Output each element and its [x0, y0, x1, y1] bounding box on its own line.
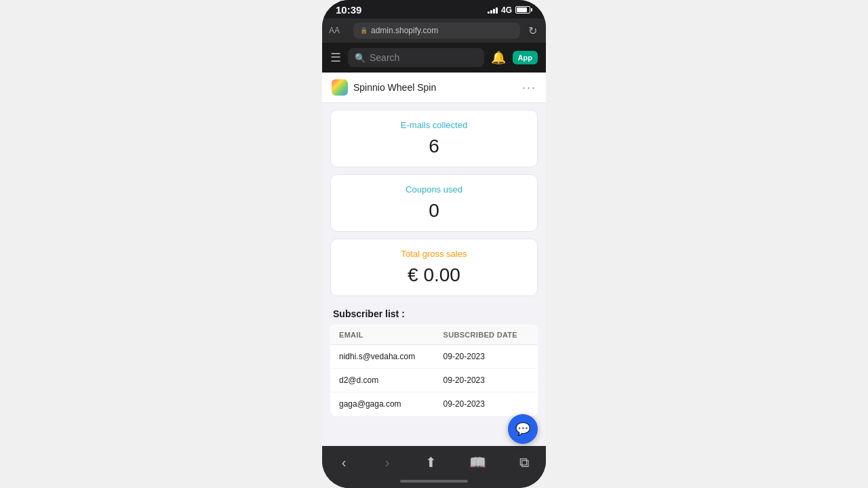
back-button[interactable]: ‹ [330, 452, 357, 473]
sales-value: € 0.00 [342, 264, 526, 286]
aa-label[interactable]: AA [329, 26, 348, 35]
stats-area: E-mails collected 6 Coupons used 0 Total… [322, 103, 546, 303]
more-options-button[interactable]: ··· [522, 81, 536, 95]
subscriber-email: gaga@gaga.com [331, 392, 435, 416]
app-logo-icon [332, 79, 348, 96]
subscriber-section: Subscriber list : EMAIL SUBSCRIBED DATE … [322, 303, 546, 424]
hamburger-button[interactable]: ☰ [330, 50, 341, 65]
url-text: admin.shopify.com [371, 26, 438, 35]
forward-button[interactable]: › [374, 452, 401, 473]
coupons-label: Coupons used [342, 184, 526, 195]
subscriber-date: 09-20-2023 [435, 345, 538, 369]
app-name: Spinnio Wheel Spin [353, 82, 436, 93]
shopify-toolbar: ☰ 🔍 Search 🔔 App [322, 43, 546, 73]
coupons-used-card: Coupons used 0 [330, 174, 538, 232]
emails-collected-card: E-mails collected 6 [330, 110, 538, 167]
notification-bell-button[interactable]: 🔔 [491, 50, 506, 65]
search-icon: 🔍 [355, 53, 366, 63]
chat-icon: 💬 [515, 422, 530, 436]
emails-value: 6 [342, 136, 526, 157]
app-header: Spinnio Wheel Spin ··· [322, 73, 546, 103]
home-indicator [322, 476, 546, 488]
signal-icon [488, 6, 498, 14]
subscriber-email: nidhi.s@vedaha.com [331, 345, 435, 369]
bottom-browser-bar: ‹ › ⬆ 📖 ⧉ [322, 446, 546, 476]
browser-bar: AA 🔒 admin.shopify.com ↻ [322, 18, 546, 43]
date-column-header: SUBSCRIBED DATE [435, 325, 538, 345]
search-label: Search [370, 52, 399, 63]
subscriber-date: 09-20-2023 [435, 392, 538, 416]
table-row: nidhi.s@vedaha.com09-20-2023 [331, 345, 538, 369]
bookmarks-button[interactable]: 📖 [461, 451, 494, 473]
chat-fab-button[interactable]: 💬 [508, 414, 538, 444]
lock-icon: 🔒 [360, 27, 368, 34]
tabs-button[interactable]: ⧉ [511, 452, 538, 473]
coupons-value: 0 [342, 200, 526, 222]
app-header-left: Spinnio Wheel Spin [332, 79, 436, 96]
network-label: 4G [501, 5, 512, 15]
refresh-button[interactable]: ↻ [526, 24, 539, 37]
phone-frame: 10:39 4G AA 🔒 admin.shopify.com ↻ [322, 0, 546, 488]
status-time: 10:39 [336, 4, 361, 16]
sales-label: Total gross sales [342, 249, 526, 259]
app-badge-button[interactable]: App [513, 51, 538, 64]
url-bar[interactable]: 🔒 admin.shopify.com [353, 22, 520, 39]
status-icons: 4G [488, 5, 532, 15]
email-column-header: EMAIL [331, 325, 435, 345]
emails-label: E-mails collected [342, 120, 526, 130]
subscriber-list-title: Subscriber list : [330, 303, 538, 325]
gross-sales-card: Total gross sales € 0.00 [330, 239, 538, 296]
table-row: d2@d.com09-20-2023 [331, 369, 538, 392]
subscriber-email: d2@d.com [331, 369, 435, 392]
subscriber-table: EMAIL SUBSCRIBED DATE nidhi.s@vedaha.com… [330, 325, 538, 416]
battery-icon [515, 6, 532, 14]
search-bar[interactable]: 🔍 Search [348, 48, 484, 67]
table-row: gaga@gaga.com09-20-2023 [331, 392, 538, 416]
status-bar: 10:39 4G [322, 0, 546, 18]
home-bar [400, 480, 468, 483]
share-button[interactable]: ⬆ [417, 451, 445, 473]
main-content: Spinnio Wheel Spin ··· E-mails collected… [322, 73, 546, 446]
subscriber-date: 09-20-2023 [435, 369, 538, 392]
